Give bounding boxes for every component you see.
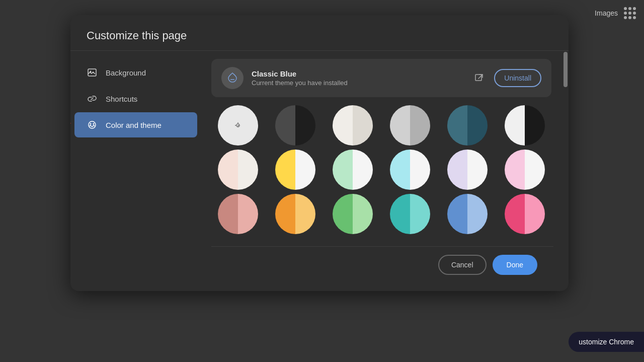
open-link-icon[interactable] <box>470 69 488 87</box>
scrollbar-track[interactable] <box>564 51 569 291</box>
cancel-button[interactable]: Cancel <box>438 255 487 275</box>
color-circle-orange[interactable] <box>275 194 315 234</box>
theme-card: Classic Blue Current theme you have inst… <box>211 59 551 97</box>
sidebar-label-color-theme: Color and theme <box>106 121 162 129</box>
color-circle-pink-white[interactable] <box>505 150 545 190</box>
link-icon <box>87 93 98 104</box>
top-right-area: Images <box>595 7 636 19</box>
svg-rect-10 <box>475 75 481 81</box>
color-circle-peach-white[interactable] <box>218 150 258 190</box>
image-icon <box>87 67 98 78</box>
color-circle-yellow-white[interactable] <box>275 150 315 190</box>
color-circle-salmon[interactable] <box>218 194 258 234</box>
sidebar-label-shortcuts: Shortcuts <box>106 95 137 103</box>
modal-body: Background Shortcuts <box>70 51 569 291</box>
color-circle-blue-mid[interactable] <box>447 194 488 234</box>
customize-modal: Customize this page Background <box>70 15 569 291</box>
color-circle-light-warm[interactable] <box>333 105 373 146</box>
main-content: Classic Blue Current theme you have inst… <box>201 51 564 291</box>
color-circle-cyan-white[interactable] <box>390 150 430 190</box>
color-circle-lavender-white[interactable] <box>447 150 488 190</box>
theme-actions: Uninstall <box>470 69 541 87</box>
red-arrow <box>70 116 72 134</box>
color-circle-green-white[interactable] <box>333 150 373 190</box>
apps-grid-icon[interactable] <box>624 7 636 19</box>
color-circle-dark-split[interactable] <box>275 105 315 146</box>
color-grid-row2 <box>211 150 551 190</box>
color-circle-hot-pink[interactable] <box>505 194 545 234</box>
modal-footer: Cancel Done <box>211 246 553 283</box>
done-button[interactable]: Done <box>493 255 537 275</box>
svg-point-11 <box>231 119 245 132</box>
scrollable-area[interactable]: Classic Blue Current theme you have inst… <box>211 59 553 238</box>
color-circle-custom[interactable] <box>218 105 258 146</box>
theme-name: Classic Blue <box>252 69 462 78</box>
svg-point-8 <box>93 125 95 126</box>
theme-icon <box>221 67 244 89</box>
color-circle-teal-mid[interactable] <box>390 194 430 234</box>
modal-title: Customize this page <box>70 15 569 51</box>
svg-point-6 <box>92 126 93 127</box>
color-circle-black-white[interactable] <box>505 105 545 146</box>
palette-icon <box>87 119 98 130</box>
sidebar-item-shortcuts[interactable]: Shortcuts <box>74 86 197 111</box>
sidebar: Background Shortcuts <box>70 51 201 291</box>
svg-point-3 <box>89 121 96 128</box>
theme-info: Classic Blue Current theme you have inst… <box>252 69 462 87</box>
customize-chrome-button[interactable]: ustomize Chrome <box>569 332 644 352</box>
scrollbar-thumb[interactable] <box>564 52 568 87</box>
svg-point-7 <box>90 125 91 126</box>
svg-point-4 <box>90 123 92 125</box>
images-label: Images <box>595 9 618 17</box>
sidebar-item-background[interactable]: Background <box>74 60 197 85</box>
uninstall-button[interactable]: Uninstall <box>494 69 541 87</box>
sidebar-item-color-theme[interactable]: Color and theme <box>74 112 197 137</box>
color-grid-row1 <box>211 105 551 146</box>
svg-point-5 <box>93 123 95 125</box>
color-circle-green-mid[interactable] <box>333 194 373 234</box>
color-circle-light-cool[interactable] <box>390 105 430 146</box>
theme-description: Current theme you have installed <box>252 79 462 87</box>
sidebar-label-background: Background <box>106 68 146 77</box>
color-circle-teal-dark[interactable] <box>447 105 488 146</box>
color-grid-row3 <box>211 194 551 234</box>
